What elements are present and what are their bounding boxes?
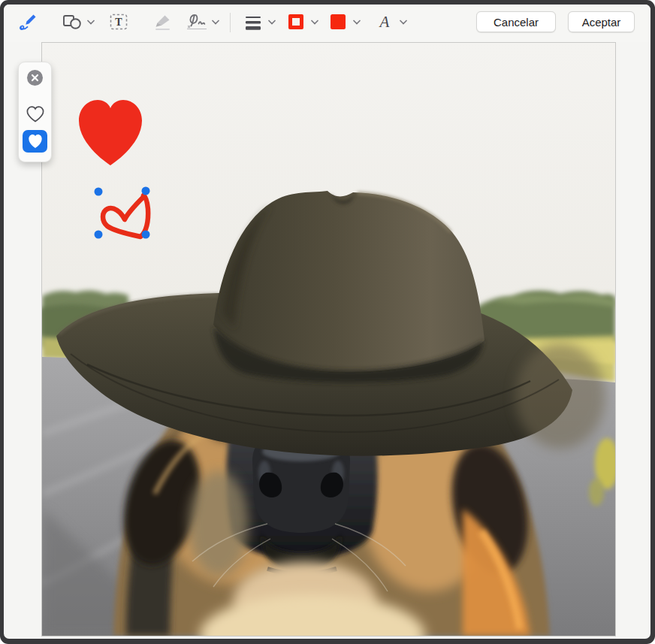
shapes-icon <box>60 10 84 34</box>
signature-tool-button[interactable] <box>185 10 219 34</box>
selection-handle-bottom-right[interactable] <box>142 231 150 239</box>
signature-icon <box>185 10 209 34</box>
window-frame: T <box>0 0 655 644</box>
chevron-down-icon <box>268 19 276 25</box>
chevron-down-icon <box>400 19 407 25</box>
border-color-button[interactable] <box>284 10 318 34</box>
highlighter-icon <box>149 10 174 34</box>
drawn-heart-stroke <box>103 195 148 237</box>
text-box-icon: T <box>107 10 131 34</box>
stamped-heart-annotation[interactable] <box>79 100 142 165</box>
line-weight-button[interactable] <box>241 10 276 34</box>
heart-outline-icon <box>26 106 44 122</box>
chevron-down-icon <box>311 19 318 25</box>
border-color-icon <box>284 10 308 34</box>
accept-button[interactable]: Aceptar <box>568 11 635 32</box>
toolbar-separator <box>230 13 231 32</box>
palette-item-heart-outline[interactable] <box>24 104 46 125</box>
svg-text:T: T <box>115 17 122 28</box>
sketch-tool-button[interactable] <box>16 10 40 34</box>
sketch-pen-icon <box>16 10 40 34</box>
markup-toolbar: T <box>4 5 650 42</box>
chevron-down-icon <box>87 19 95 25</box>
selection-handle-bottom-left[interactable] <box>95 231 103 239</box>
drawn-heart-annotation[interactable] <box>92 185 155 245</box>
fill-color-button[interactable] <box>326 10 361 34</box>
chevron-down-icon <box>212 19 219 25</box>
highlight-tool-button[interactable] <box>149 10 174 34</box>
text-tool-button[interactable]: T <box>107 10 131 34</box>
chevron-down-icon <box>353 19 361 25</box>
svg-text:A: A <box>379 13 390 31</box>
cancel-button[interactable]: Cancelar <box>476 11 556 32</box>
selection-handle-top-right[interactable] <box>142 187 150 195</box>
text-style-button[interactable]: A <box>373 10 407 34</box>
palette-item-heart-filled[interactable] <box>23 130 47 153</box>
text-style-icon: A <box>373 10 397 34</box>
shapes-tool-button[interactable] <box>60 10 95 34</box>
selection-handle-top-left[interactable] <box>95 188 103 196</box>
fill-color-icon <box>326 10 350 34</box>
markup-window: T <box>4 5 650 639</box>
shape-style-palette <box>18 62 52 162</box>
line-weight-icon <box>241 10 265 34</box>
close-icon <box>31 74 39 82</box>
close-palette-button[interactable] <box>27 70 43 86</box>
heart-filled-icon <box>28 135 43 148</box>
